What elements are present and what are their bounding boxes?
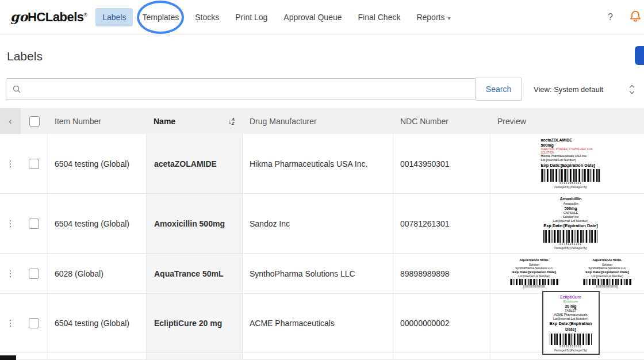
row-checkbox[interactable] (29, 159, 39, 169)
label-preview: AquaTrance 50mL Solution SynthoPharma So… (578, 258, 636, 288)
cell-preview: Amoxicillin Amoxicillin 500mg CAPSULE Sa… (490, 194, 644, 253)
sort-icon[interactable]: ↓ AZ (228, 117, 235, 125)
nav-approval-queue[interactable]: Approval Queue (277, 8, 348, 26)
table-row[interactable] (0, 353, 644, 360)
nav-templates-label: Templates (142, 13, 179, 22)
app-logo: goHCLabels® (10, 9, 87, 25)
search-icon (12, 85, 21, 94)
label-preview: EcliptiCure Eclipticure 20 mg TABLET ACM… (542, 291, 600, 355)
cell-ndc-number: 00781261301 (393, 194, 490, 253)
column-header-item-number: Item Number (48, 108, 147, 134)
cell-preview: acetaZOLAMIDE 500mg INJECTION, POWDER, L… (490, 134, 644, 193)
cell-name: acetaZOLAMIDE (147, 134, 243, 193)
nav-templates[interactable]: Templates (135, 8, 186, 26)
collapse-column-chevron-icon[interactable]: ‹ (0, 108, 21, 134)
nav-stocks[interactable]: Stocks (188, 8, 226, 26)
labels-table: ‹ Item Number Name ↓ AZ Drug Manufacture… (0, 108, 644, 360)
select-all-checkbox-cell (21, 108, 48, 134)
barcode (550, 334, 592, 345)
nav-labels[interactable]: Labels (95, 8, 133, 26)
nav-right: ? (608, 9, 638, 25)
search-input[interactable] (21, 79, 475, 99)
barcode (510, 279, 558, 285)
row-menu-kebab-icon[interactable]: ⋮ (6, 159, 15, 169)
cell-item-number: 6504 testing (Global) (48, 194, 147, 253)
cell-ndc-number: 00143950301 (393, 134, 490, 193)
column-header-drug-manufacturer: Drug Manufacturer (243, 108, 393, 134)
top-nav: goHCLabels® Labels Templates Stocks Prin… (0, 0, 644, 35)
cell-drug-manufacturer: SynthoPharma Solutions LLC (243, 254, 393, 293)
column-header-preview: Preview (490, 108, 644, 134)
cell-item-number: 6504 testing (Global) (48, 134, 147, 193)
view-selector[interactable]: View: System default (534, 85, 638, 94)
row-checkbox[interactable] (29, 269, 39, 279)
nav-reports-label: Reports (416, 13, 444, 22)
search-box (6, 78, 476, 100)
cell-ndc-number: 00000000002 (393, 294, 490, 352)
cell-drug-manufacturer: Sandoz Inc (243, 194, 393, 253)
main-nav: Labels Templates Stocks Print Log Approv… (95, 8, 457, 26)
chevron-up-down-icon (630, 86, 634, 93)
column-header-name-label: Name (154, 117, 175, 126)
label-preview: acetaZOLAMIDE 500mg INJECTION, POWDER, L… (541, 138, 601, 189)
cell-item-number: 6028 (Global) (48, 254, 147, 293)
cell-item-number: 6504 testing (Global) (48, 294, 147, 352)
barcode (541, 169, 601, 182)
barcode (583, 279, 631, 285)
help-icon[interactable]: ? (608, 12, 613, 22)
cell-drug-manufacturer: ACME Pharmaceuticals (243, 294, 393, 352)
table-header-row: ‹ Item Number Name ↓ AZ Drug Manufacture… (0, 108, 644, 134)
label-preview: AquaTrance 50mL Solution SynthoPharma So… (505, 258, 563, 288)
row-menu-kebab-icon[interactable]: ⋮ (6, 219, 15, 229)
cell-name: Amoxicillin 500mg (147, 194, 243, 253)
column-header-name[interactable]: Name ↓ AZ (147, 108, 243, 134)
column-header-ndc-number: NDC Number (393, 108, 490, 134)
title-bar: Labels (0, 35, 644, 78)
nav-print-log[interactable]: Print Log (228, 8, 274, 26)
toolbar: Search View: System default (0, 78, 644, 101)
cell-preview: EcliptiCure Eclipticure 20 mg TABLET ACM… (490, 294, 644, 352)
row-checkbox[interactable] (29, 318, 39, 328)
view-selector-label: View: System default (534, 85, 603, 94)
chevron-down-icon: ▾ (447, 15, 450, 21)
cell-ndc-number: 89898989898 (393, 254, 490, 293)
table-row[interactable]: ⋮ 6028 (Global) AquaTrance 50mL SynthoPh… (0, 254, 644, 294)
page-title: Labels (7, 49, 43, 63)
cell-drug-manufacturer: Hikma Pharmaceuticals USA Inc. (243, 134, 393, 193)
cell-name: EcliptiCure 20 mg (147, 294, 243, 352)
nav-final-check[interactable]: Final Check (351, 8, 408, 26)
add-label-button[interactable] (635, 46, 644, 65)
table-row[interactable]: ⋮ 6504 testing (Global) acetaZOLAMIDE Hi… (0, 134, 644, 194)
label-preview: Amoxicillin Amoxicillin 500mg CAPSULE Sa… (543, 197, 599, 250)
row-menu-kebab-icon[interactable]: ⋮ (6, 318, 15, 328)
table-row[interactable]: ⋮ 6504 testing (Global) Amoxicillin 500m… (0, 194, 644, 254)
cell-name: AquaTrance 50mL (147, 254, 243, 293)
select-all-checkbox[interactable] (29, 116, 40, 127)
screen-corner-artifact (0, 355, 16, 360)
cell-preview: AquaTrance 50mL Solution SynthoPharma So… (490, 254, 644, 293)
row-menu-kebab-icon[interactable]: ⋮ (6, 269, 15, 279)
notification-bell-icon[interactable] (629, 9, 642, 25)
search-button[interactable]: Search (476, 78, 522, 101)
logo-text: HCLabels (28, 10, 83, 24)
nav-reports[interactable]: Reports▾ (409, 8, 457, 26)
barcode (543, 230, 599, 243)
table-row[interactable]: ⋮ 6504 testing (Global) EcliptiCure 20 m… (0, 294, 644, 353)
logo-go: go (10, 9, 28, 24)
registered-mark: ® (84, 12, 88, 18)
row-checkbox[interactable] (29, 219, 39, 229)
